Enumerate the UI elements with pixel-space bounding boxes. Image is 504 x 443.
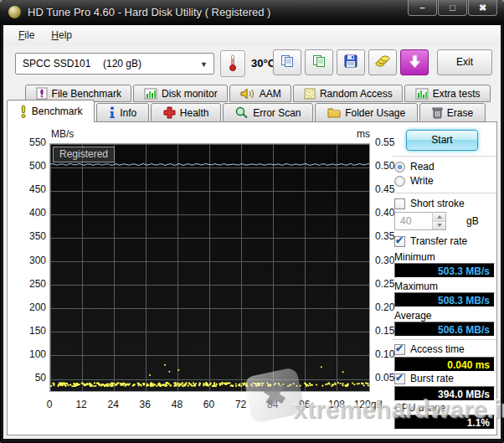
tab-folder-usage[interactable]: Folder Usage	[315, 103, 418, 122]
save-button[interactable]	[337, 49, 365, 75]
copy-icon	[280, 54, 294, 70]
tab-health[interactable]: Health	[151, 103, 221, 122]
download-update-button[interactable]	[400, 49, 429, 75]
start-button[interactable]: Start	[406, 130, 478, 151]
maximize-button[interactable]: □	[438, 0, 467, 16]
client-area: File Help SPCC SSD101 (120 gB) ▼ 30°C Ex…	[3, 25, 501, 439]
left-axis-tick-label: 150	[11, 325, 46, 337]
folder-icon	[327, 107, 341, 118]
right-axis-title: ms	[345, 128, 370, 140]
tab-label: AAM	[260, 88, 281, 100]
copy-image-button[interactable]	[305, 49, 333, 75]
access-time-checkbox[interactable]	[394, 344, 405, 355]
app-icon	[8, 6, 21, 18]
window-controls: –□✖	[408, 0, 497, 16]
left-axis-title: MB/s	[51, 128, 74, 140]
tab-label: Health	[180, 107, 209, 119]
write-radio[interactable]	[394, 176, 405, 187]
chevron-down-icon: ▼	[200, 60, 208, 69]
read-option-row: Read	[394, 161, 435, 173]
cpu-usage-label: CPU usage	[394, 402, 445, 414]
tab-label: Random Access	[320, 88, 393, 100]
minimum-value: 503.3 MB/s	[394, 263, 495, 278]
menu-bar: File Help	[3, 25, 501, 45]
tab-info[interactable]: Info	[96, 103, 149, 122]
benchmark-chart-svg	[50, 144, 369, 391]
write-label: Write	[410, 175, 434, 187]
speaker-icon	[240, 88, 255, 100]
close-button[interactable]: ✖	[468, 0, 497, 16]
tab-label: Extra tests	[433, 88, 481, 100]
left-axis-tick-label: 100	[11, 348, 46, 360]
spinner-up-button[interactable]	[433, 213, 445, 222]
cpu-usage-value: 1.1%	[394, 415, 495, 430]
trash-icon	[432, 106, 443, 119]
tab-label: Error Scan	[253, 107, 301, 119]
separator	[393, 193, 496, 194]
tab-disk-monitor[interactable]: Disk monitor	[133, 85, 228, 102]
bar-chart-icon	[144, 88, 157, 100]
right-axis-tick-label: 0.55	[375, 137, 409, 148]
drive-selector[interactable]: SPCC SSD101 (120 gB) ▼	[15, 53, 214, 75]
write-option-row: Write	[394, 175, 434, 187]
short-stroke-row: Short stroke	[394, 198, 465, 209]
access-time-row: Access time	[394, 343, 465, 355]
menu-file[interactable]: File	[10, 27, 43, 44]
triangle-down-icon	[437, 224, 442, 227]
menu-help[interactable]: Help	[43, 27, 80, 44]
average-label: Average	[394, 310, 431, 322]
spinner-down-button[interactable]	[433, 222, 445, 230]
tab-aam[interactable]: AAM	[229, 85, 291, 102]
app-window: HD Tune Pro 4.60 - Hard Disk Utility ( R…	[0, 0, 504, 443]
temperature-button[interactable]	[220, 50, 245, 77]
toolbar: SPCC SSD101 (120 gB) ▼ 30°C Exit	[3, 45, 501, 84]
maximum-label: Maximum	[394, 281, 438, 292]
copy-button[interactable]	[273, 49, 301, 75]
drive-capacity: (120 gB)	[103, 58, 141, 70]
tab-erase[interactable]: Erase	[419, 103, 486, 122]
short-stroke-label: Short stroke	[410, 198, 465, 209]
title-bar: HD Tune Pro 4.60 - Hard Disk Utility ( R…	[0, 0, 504, 25]
short-stroke-checkbox[interactable]	[394, 198, 405, 209]
copy-green-icon	[312, 54, 326, 70]
tab-error-scan[interactable]: Error Scan	[223, 103, 313, 122]
benchmark-panel: MB/s ms Registered 550500450400350300250…	[7, 121, 497, 435]
window-title: HD Tune Pro 4.60 - Hard Disk Utility ( R…	[28, 6, 270, 18]
drive-name: SPCC SSD101	[23, 58, 103, 70]
left-axis-tick-label: 50	[11, 372, 46, 384]
tab-benchmark[interactable]: Benchmark	[7, 100, 95, 122]
tab-extra-tests[interactable]: Extra tests	[404, 85, 491, 102]
registered-overlay: Registered	[53, 147, 115, 162]
read-label: Read	[410, 161, 435, 173]
read-radio[interactable]	[394, 162, 405, 173]
stroke-size-spinner[interactable]: 40	[394, 212, 446, 230]
left-axis-tick-label: 200	[11, 301, 46, 313]
info-icon	[109, 106, 116, 119]
transfer-rate-checkbox[interactable]	[394, 236, 405, 247]
tab-random-access[interactable]: Random Access	[293, 85, 403, 102]
exclamation-icon	[19, 105, 28, 119]
exclamation-box-icon	[36, 87, 48, 100]
tab-label: Folder Usage	[345, 107, 405, 119]
left-axis-tick-label: 300	[11, 255, 46, 266]
magnifier-icon	[235, 106, 249, 119]
minimize-button[interactable]: –	[408, 0, 437, 16]
burst-rate-checkbox[interactable]	[394, 373, 405, 384]
tab-row-back: File BenchmarkDisk monitorAAMRandom Acce…	[25, 84, 492, 102]
exit-button[interactable]: Exit	[437, 49, 492, 75]
tab-row-front: BenchmarkInfoHealthError ScanFolder Usag…	[7, 102, 487, 122]
dotted-square-icon	[304, 88, 316, 100]
spinner-buttons	[432, 213, 445, 229]
donate-button[interactable]	[368, 49, 397, 75]
tab-label: Erase	[447, 107, 473, 119]
tab-label: File Benchmark	[52, 88, 121, 100]
benchmark-plot: Registered	[49, 143, 370, 392]
separator	[393, 339, 496, 341]
access-time-label: Access time	[410, 343, 465, 355]
x-axis-tick-label: 120gB	[350, 399, 387, 410]
tab-label: Benchmark	[32, 106, 83, 117]
left-axis-tick-label: 550	[11, 137, 46, 148]
stroke-unit-label: gB	[466, 215, 479, 227]
burst-rate-value: 394.0 MB/s	[394, 386, 495, 401]
transfer-rate-label: Transfer rate	[410, 235, 467, 247]
